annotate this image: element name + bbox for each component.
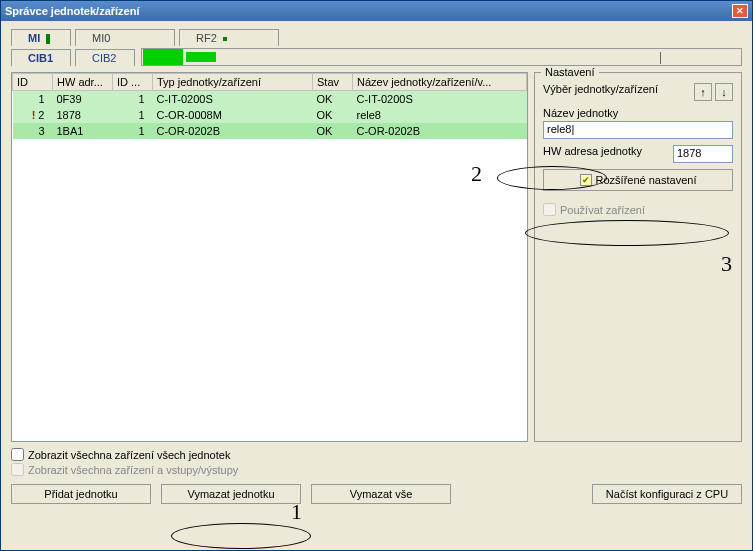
select-label: Výběr jednotky/zařízení (543, 83, 658, 95)
device-table[interactable]: ID HW adr... ID ... Typ jednotky/zařízen… (11, 72, 528, 442)
usage-bar (141, 48, 742, 66)
show-all-checkbox[interactable]: Zobrazit všechna zařízení všech jednotek (11, 448, 742, 461)
table-header-row: ID HW adr... ID ... Typ jednotky/zařízen… (13, 74, 527, 91)
col-name[interactable]: Název jednotky/zařízení/v... (353, 74, 527, 91)
tab-mi0[interactable]: MI0 (75, 29, 175, 46)
delete-unit-button[interactable]: Vymazat jednotku (161, 484, 301, 504)
bar-segment-icon (186, 52, 216, 62)
col-state[interactable]: Stav (313, 74, 353, 91)
status-dot-icon (223, 37, 227, 41)
check-icon: ✔ (580, 174, 592, 186)
add-unit-button[interactable]: Přidat jednotku (11, 484, 151, 504)
settings-legend: Nastavení (541, 66, 599, 78)
delete-all-button[interactable]: Vymazat vše (311, 484, 451, 504)
tab-mi[interactable]: MI (11, 29, 71, 46)
device-manager-window: Správce jednotek/zařízení ✕ MI MI0 RF2 C… (0, 0, 753, 551)
tab-cib1[interactable]: CIB1 (11, 49, 71, 66)
bar-tick-icon (660, 52, 661, 64)
status-dot-icon (46, 34, 50, 44)
settings-panel: Nastavení Výběr jednotky/zařízení ↑ ↓ Ná… (534, 72, 742, 442)
col-id[interactable]: ID (13, 74, 53, 91)
window-title: Správce jednotek/zařízení (5, 5, 732, 17)
table-row[interactable]: 31BA11C-OR-0202BOKC-OR-0202B (13, 123, 527, 139)
col-hw[interactable]: HW adr... (53, 74, 113, 91)
arrow-down-icon[interactable]: ↓ (715, 83, 733, 101)
advanced-label: Rozšířené nastavení (596, 174, 697, 186)
titlebar: Správce jednotek/zařízení ✕ (1, 1, 752, 21)
close-icon[interactable]: ✕ (732, 4, 748, 18)
col-type[interactable]: Typ jednotky/zařízení (153, 74, 313, 91)
arrow-up-icon[interactable]: ↑ (694, 83, 712, 101)
unit-name-input[interactable]: rele8| (543, 121, 733, 139)
tab-rf2[interactable]: RF2 (179, 29, 279, 46)
col-id2[interactable]: ID ... (113, 74, 153, 91)
name-label: Název jednotky (543, 107, 733, 119)
hw-label: HW adresa jednotky (543, 145, 642, 157)
show-all-input[interactable] (11, 448, 24, 461)
table-row[interactable]: 10F391C-IT-0200SOKC-IT-0200S (13, 91, 527, 108)
use-device-input (543, 203, 556, 216)
load-config-button[interactable]: Načíst konfiguraci z CPU (592, 484, 742, 504)
warning-icon: ! (32, 109, 36, 121)
bottom-controls: Zobrazit všechna zařízení všech jednotek… (11, 448, 742, 504)
annotation-oval (171, 523, 311, 549)
hw-address-input[interactable]: 1878 (673, 145, 733, 163)
use-device-checkbox: Používat zařízení (543, 203, 733, 216)
table-row[interactable]: ! 218781C-OR-0008MOKrele8 (13, 107, 527, 123)
show-io-checkbox: Zobrazit všechna zařízení a vstupy/výstu… (11, 463, 742, 476)
advanced-settings-button[interactable]: ✔ Rozšířené nastavení (543, 169, 733, 191)
show-io-input (11, 463, 24, 476)
tab-cib2[interactable]: CIB2 (75, 49, 135, 66)
bar-segment-icon (143, 49, 183, 65)
